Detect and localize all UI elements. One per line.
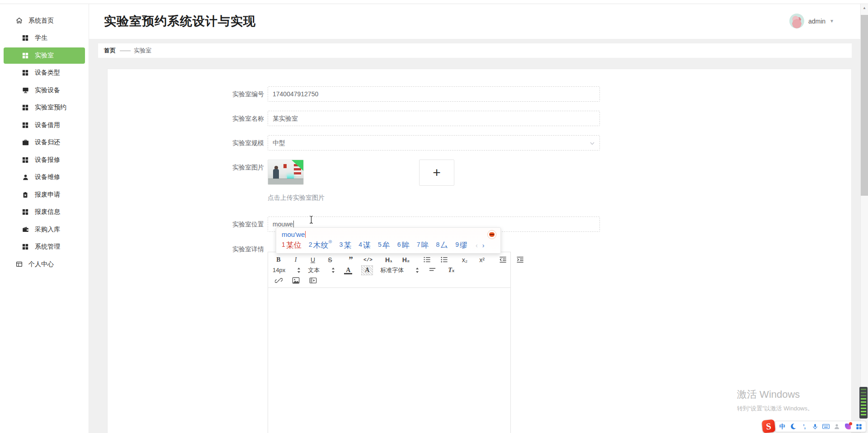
ime-candidate-8[interactable]: 8厶: [436, 240, 448, 250]
sidebar-item-label: 实验室: [35, 52, 54, 60]
subscript-button[interactable]: x₂: [459, 255, 471, 265]
indent-icon[interactable]: [514, 255, 526, 265]
sidebar-item-9[interactable]: 设备维修: [4, 169, 85, 185]
sidebar-menu: 系统首页学生实验室设备类型实验设备实验室预约设备借用设备归还设备报修设备维修报废…: [0, 4, 89, 273]
punctuation-icon[interactable]: ’,: [800, 423, 808, 431]
field-row-image: 实验室图片 +: [108, 160, 851, 186]
sogou-logo-icon[interactable]: [487, 230, 496, 239]
sogou-ime-logo-icon[interactable]: S: [762, 419, 776, 433]
breadcrumb-home[interactable]: 首页: [104, 47, 116, 54]
updown-arrows-icon: [415, 267, 419, 273]
list-ordered-icon[interactable]: [421, 255, 433, 265]
location-input-value: mouwe: [273, 221, 293, 228]
sidebar-item-4[interactable]: 实验设备: [4, 82, 85, 99]
blockquote-button[interactable]: ”: [345, 255, 357, 265]
topbar: 实验室预约系统设计与实现 admin ▼: [89, 4, 868, 39]
name-input[interactable]: 某实验室: [268, 111, 600, 126]
ibeam-cursor-icon: [308, 215, 314, 226]
superscript-button[interactable]: x²: [476, 255, 488, 265]
field-row-scale: 实验室规模 中型: [108, 135, 851, 151]
sidebar-item-13[interactable]: 系统管理: [4, 239, 85, 255]
ime-candidate-4[interactable]: 4谋: [359, 240, 371, 250]
ime-prev-page[interactable]: ‹: [476, 242, 478, 249]
sidebar-item-2[interactable]: 实验室: [4, 47, 85, 64]
ime-next-page[interactable]: ›: [482, 242, 485, 249]
skin-icon[interactable]: [844, 423, 852, 431]
sidebar-item-6[interactable]: 设备借用: [4, 117, 85, 133]
sidebar-item-5[interactable]: 实验室预约: [4, 99, 85, 116]
chevron-down-icon: [590, 136, 595, 156]
lab-image-thumbnail[interactable]: [268, 160, 304, 185]
link-icon[interactable]: [273, 276, 284, 286]
lang-zh-icon[interactable]: 中: [778, 423, 786, 431]
ime-language-bar: 中’,: [775, 421, 866, 432]
underline-button[interactable]: U: [307, 255, 319, 265]
chevron-down-icon: ▼: [830, 19, 834, 24]
sidebar-item-0[interactable]: 系统首页: [4, 13, 85, 29]
text-caret: [293, 221, 294, 227]
sidebar-item-3[interactable]: 设备类型: [4, 65, 85, 81]
clean-button[interactable]: Tx: [445, 265, 457, 275]
ime-candidate-1[interactable]: 1某位: [282, 240, 302, 250]
editor-content[interactable]: [268, 288, 510, 433]
microphone-icon[interactable]: [811, 423, 819, 431]
header-select[interactable]: 文本: [308, 266, 335, 274]
ime-candidate-3[interactable]: 3某: [339, 240, 351, 250]
window-icon: [15, 261, 23, 268]
align-icon[interactable]: [426, 265, 438, 275]
code-input[interactable]: 1740047912750: [268, 86, 600, 102]
ime-candidate-5[interactable]: 5牟: [378, 240, 390, 250]
sidebar-item-label: 设备借用: [35, 121, 60, 129]
username[interactable]: admin: [808, 18, 826, 25]
toolbar-row-3: [273, 275, 506, 286]
video-icon[interactable]: [307, 276, 319, 286]
ime-candidate-2[interactable]: 2木纹◎: [309, 240, 332, 250]
account-icon[interactable]: [833, 423, 841, 431]
field-label-name: 实验室名称: [108, 111, 266, 126]
sidebar-item-14[interactable]: 个人中心: [4, 256, 85, 273]
background-color-button[interactable]: A: [361, 265, 373, 275]
header-2-button[interactable]: H₂: [400, 255, 412, 265]
code-block-button[interactable]: </>: [362, 255, 374, 265]
night-mode-icon[interactable]: [789, 423, 797, 431]
sidebar-item-11[interactable]: 报废信息: [4, 204, 85, 220]
sidebar-item-10[interactable]: 报废申请: [4, 187, 85, 203]
image-icon[interactable]: [290, 276, 302, 286]
toolbar-row-2: 14px文本AA标准字体Tx: [273, 265, 506, 275]
ime-candidate-6[interactable]: 6眸: [397, 240, 410, 250]
toolbar-row-1: BIUS”</>H₁H₂x₂x²: [273, 254, 506, 265]
user-menu[interactable]: admin ▼: [789, 14, 834, 28]
bold-button[interactable]: B: [273, 255, 284, 265]
avatar[interactable]: [789, 14, 804, 28]
scrollbar-thumb[interactable]: [861, 15, 868, 196]
list-bullet-icon[interactable]: [438, 255, 450, 265]
breadcrumb-separator: ——: [120, 47, 130, 54]
sidebar-item-label: 报废信息: [35, 208, 60, 216]
ime-candidate-9[interactable]: 9缪: [455, 240, 467, 250]
grid-icon: [22, 122, 29, 129]
sidebar-item-7[interactable]: 设备归还: [4, 134, 85, 151]
italic-button[interactable]: I: [290, 255, 302, 265]
outdent-icon[interactable]: [497, 255, 509, 265]
grid-icon: [22, 243, 29, 250]
main-area: 实验室预约系统设计与实现 admin ▼ 首页——实验室 实验室编号 17400…: [89, 4, 868, 433]
scale-select[interactable]: 中型: [268, 135, 600, 151]
font-select[interactable]: 标准字体: [380, 266, 419, 274]
sidebar-item-label: 设备类型: [35, 69, 60, 77]
size-select[interactable]: 14px: [273, 267, 301, 273]
strike-button[interactable]: S: [324, 255, 336, 265]
sidebar-item-8[interactable]: 设备报修: [4, 152, 85, 168]
page-title: 实验室预约系统设计与实现: [104, 4, 256, 39]
plus-icon: +: [433, 165, 441, 180]
scrollbar-up-arrow-icon[interactable]: ▲: [861, 4, 868, 11]
ime-candidate-7[interactable]: 7哞: [417, 240, 429, 250]
text-color-button[interactable]: A: [342, 265, 354, 275]
sidebar-item-1[interactable]: 学生: [4, 30, 85, 46]
vertical-scrollbar[interactable]: ▲: [860, 4, 868, 433]
header-1-button[interactable]: H₁: [383, 255, 395, 265]
image-upload-button[interactable]: +: [419, 160, 454, 186]
scale-select-value: 中型: [273, 139, 285, 146]
sidebar-item-12[interactable]: 采购入库: [4, 221, 85, 238]
toolbox-icon[interactable]: [855, 423, 863, 431]
soft-keyboard-icon[interactable]: [822, 423, 830, 431]
